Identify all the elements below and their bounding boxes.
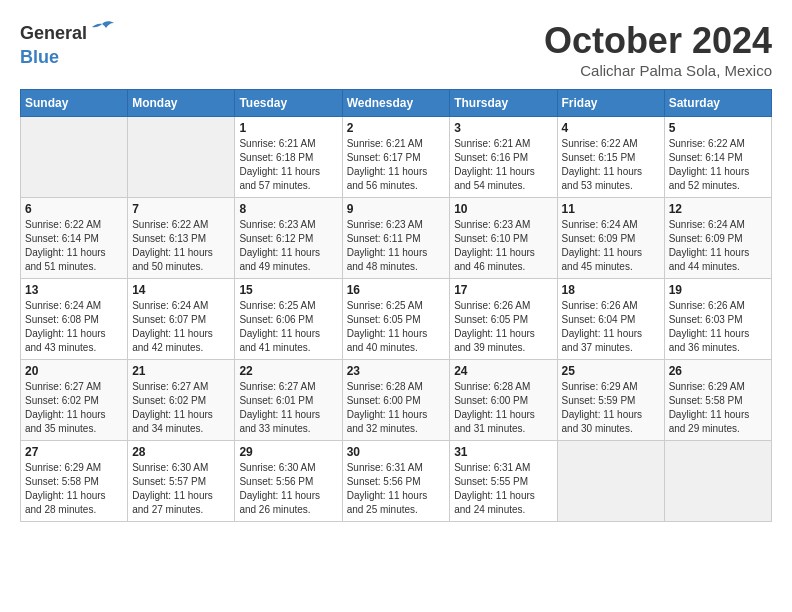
table-row: 2Sunrise: 6:21 AM Sunset: 6:17 PM Daylig… xyxy=(342,117,450,198)
day-info: Sunrise: 6:28 AM Sunset: 6:00 PM Dayligh… xyxy=(347,380,446,436)
table-row: 28Sunrise: 6:30 AM Sunset: 5:57 PM Dayli… xyxy=(128,441,235,522)
header-tuesday: Tuesday xyxy=(235,90,342,117)
day-number: 28 xyxy=(132,445,230,459)
calendar-week-row: 13Sunrise: 6:24 AM Sunset: 6:08 PM Dayli… xyxy=(21,279,772,360)
day-info: Sunrise: 6:26 AM Sunset: 6:03 PM Dayligh… xyxy=(669,299,767,355)
header-saturday: Saturday xyxy=(664,90,771,117)
table-row: 31Sunrise: 6:31 AM Sunset: 5:55 PM Dayli… xyxy=(450,441,557,522)
day-number: 4 xyxy=(562,121,660,135)
table-row: 26Sunrise: 6:29 AM Sunset: 5:58 PM Dayli… xyxy=(664,360,771,441)
day-info: Sunrise: 6:24 AM Sunset: 6:09 PM Dayligh… xyxy=(669,218,767,274)
day-number: 27 xyxy=(25,445,123,459)
table-row: 6Sunrise: 6:22 AM Sunset: 6:14 PM Daylig… xyxy=(21,198,128,279)
day-number: 12 xyxy=(669,202,767,216)
table-row: 11Sunrise: 6:24 AM Sunset: 6:09 PM Dayli… xyxy=(557,198,664,279)
day-info: Sunrise: 6:21 AM Sunset: 6:16 PM Dayligh… xyxy=(454,137,552,193)
day-number: 11 xyxy=(562,202,660,216)
day-number: 13 xyxy=(25,283,123,297)
day-number: 30 xyxy=(347,445,446,459)
logo: General Blue xyxy=(20,20,116,68)
table-row: 8Sunrise: 6:23 AM Sunset: 6:12 PM Daylig… xyxy=(235,198,342,279)
day-number: 19 xyxy=(669,283,767,297)
logo-bird-icon xyxy=(88,20,116,47)
day-number: 20 xyxy=(25,364,123,378)
table-row: 20Sunrise: 6:27 AM Sunset: 6:02 PM Dayli… xyxy=(21,360,128,441)
month-title: October 2024 xyxy=(544,20,772,62)
table-row: 27Sunrise: 6:29 AM Sunset: 5:58 PM Dayli… xyxy=(21,441,128,522)
calendar-week-row: 20Sunrise: 6:27 AM Sunset: 6:02 PM Dayli… xyxy=(21,360,772,441)
table-row: 23Sunrise: 6:28 AM Sunset: 6:00 PM Dayli… xyxy=(342,360,450,441)
table-row: 7Sunrise: 6:22 AM Sunset: 6:13 PM Daylig… xyxy=(128,198,235,279)
day-info: Sunrise: 6:24 AM Sunset: 6:07 PM Dayligh… xyxy=(132,299,230,355)
header-wednesday: Wednesday xyxy=(342,90,450,117)
table-row: 16Sunrise: 6:25 AM Sunset: 6:05 PM Dayli… xyxy=(342,279,450,360)
day-info: Sunrise: 6:22 AM Sunset: 6:13 PM Dayligh… xyxy=(132,218,230,274)
day-info: Sunrise: 6:27 AM Sunset: 6:01 PM Dayligh… xyxy=(239,380,337,436)
header-thursday: Thursday xyxy=(450,90,557,117)
day-info: Sunrise: 6:22 AM Sunset: 6:14 PM Dayligh… xyxy=(25,218,123,274)
weekday-header-row: Sunday Monday Tuesday Wednesday Thursday… xyxy=(21,90,772,117)
day-number: 16 xyxy=(347,283,446,297)
day-number: 9 xyxy=(347,202,446,216)
day-number: 26 xyxy=(669,364,767,378)
day-number: 15 xyxy=(239,283,337,297)
day-number: 5 xyxy=(669,121,767,135)
day-info: Sunrise: 6:26 AM Sunset: 6:05 PM Dayligh… xyxy=(454,299,552,355)
table-row: 22Sunrise: 6:27 AM Sunset: 6:01 PM Dayli… xyxy=(235,360,342,441)
table-row: 4Sunrise: 6:22 AM Sunset: 6:15 PM Daylig… xyxy=(557,117,664,198)
table-row: 29Sunrise: 6:30 AM Sunset: 5:56 PM Dayli… xyxy=(235,441,342,522)
table-row: 3Sunrise: 6:21 AM Sunset: 6:16 PM Daylig… xyxy=(450,117,557,198)
day-info: Sunrise: 6:27 AM Sunset: 6:02 PM Dayligh… xyxy=(25,380,123,436)
header-monday: Monday xyxy=(128,90,235,117)
title-section: October 2024 Calichar Palma Sola, Mexico xyxy=(544,20,772,79)
day-number: 17 xyxy=(454,283,552,297)
day-info: Sunrise: 6:21 AM Sunset: 6:17 PM Dayligh… xyxy=(347,137,446,193)
day-info: Sunrise: 6:29 AM Sunset: 5:58 PM Dayligh… xyxy=(25,461,123,517)
page-header: General Blue October 2024 Calichar Palma… xyxy=(20,20,772,79)
calendar-week-row: 27Sunrise: 6:29 AM Sunset: 5:58 PM Dayli… xyxy=(21,441,772,522)
day-number: 21 xyxy=(132,364,230,378)
day-info: Sunrise: 6:24 AM Sunset: 6:09 PM Dayligh… xyxy=(562,218,660,274)
table-row: 18Sunrise: 6:26 AM Sunset: 6:04 PM Dayli… xyxy=(557,279,664,360)
day-info: Sunrise: 6:31 AM Sunset: 5:56 PM Dayligh… xyxy=(347,461,446,517)
table-row: 17Sunrise: 6:26 AM Sunset: 6:05 PM Dayli… xyxy=(450,279,557,360)
day-info: Sunrise: 6:22 AM Sunset: 6:14 PM Dayligh… xyxy=(669,137,767,193)
table-row: 14Sunrise: 6:24 AM Sunset: 6:07 PM Dayli… xyxy=(128,279,235,360)
day-number: 6 xyxy=(25,202,123,216)
table-row: 25Sunrise: 6:29 AM Sunset: 5:59 PM Dayli… xyxy=(557,360,664,441)
day-number: 3 xyxy=(454,121,552,135)
day-number: 8 xyxy=(239,202,337,216)
day-number: 25 xyxy=(562,364,660,378)
location-title: Calichar Palma Sola, Mexico xyxy=(544,62,772,79)
day-info: Sunrise: 6:29 AM Sunset: 5:59 PM Dayligh… xyxy=(562,380,660,436)
logo-general-text: General xyxy=(20,23,87,44)
day-number: 1 xyxy=(239,121,337,135)
calendar-table: Sunday Monday Tuesday Wednesday Thursday… xyxy=(20,89,772,522)
day-info: Sunrise: 6:22 AM Sunset: 6:15 PM Dayligh… xyxy=(562,137,660,193)
day-number: 22 xyxy=(239,364,337,378)
table-row: 15Sunrise: 6:25 AM Sunset: 6:06 PM Dayli… xyxy=(235,279,342,360)
calendar-week-row: 6Sunrise: 6:22 AM Sunset: 6:14 PM Daylig… xyxy=(21,198,772,279)
day-number: 23 xyxy=(347,364,446,378)
day-number: 7 xyxy=(132,202,230,216)
day-info: Sunrise: 6:23 AM Sunset: 6:11 PM Dayligh… xyxy=(347,218,446,274)
table-row xyxy=(21,117,128,198)
day-info: Sunrise: 6:21 AM Sunset: 6:18 PM Dayligh… xyxy=(239,137,337,193)
day-number: 31 xyxy=(454,445,552,459)
day-number: 18 xyxy=(562,283,660,297)
table-row: 21Sunrise: 6:27 AM Sunset: 6:02 PM Dayli… xyxy=(128,360,235,441)
day-number: 29 xyxy=(239,445,337,459)
day-info: Sunrise: 6:25 AM Sunset: 6:05 PM Dayligh… xyxy=(347,299,446,355)
day-number: 24 xyxy=(454,364,552,378)
table-row: 19Sunrise: 6:26 AM Sunset: 6:03 PM Dayli… xyxy=(664,279,771,360)
table-row xyxy=(557,441,664,522)
table-row: 12Sunrise: 6:24 AM Sunset: 6:09 PM Dayli… xyxy=(664,198,771,279)
day-info: Sunrise: 6:28 AM Sunset: 6:00 PM Dayligh… xyxy=(454,380,552,436)
calendar-week-row: 1Sunrise: 6:21 AM Sunset: 6:18 PM Daylig… xyxy=(21,117,772,198)
table-row: 13Sunrise: 6:24 AM Sunset: 6:08 PM Dayli… xyxy=(21,279,128,360)
day-info: Sunrise: 6:31 AM Sunset: 5:55 PM Dayligh… xyxy=(454,461,552,517)
day-info: Sunrise: 6:29 AM Sunset: 5:58 PM Dayligh… xyxy=(669,380,767,436)
table-row: 24Sunrise: 6:28 AM Sunset: 6:00 PM Dayli… xyxy=(450,360,557,441)
table-row: 1Sunrise: 6:21 AM Sunset: 6:18 PM Daylig… xyxy=(235,117,342,198)
logo-blue-text: Blue xyxy=(20,47,59,67)
